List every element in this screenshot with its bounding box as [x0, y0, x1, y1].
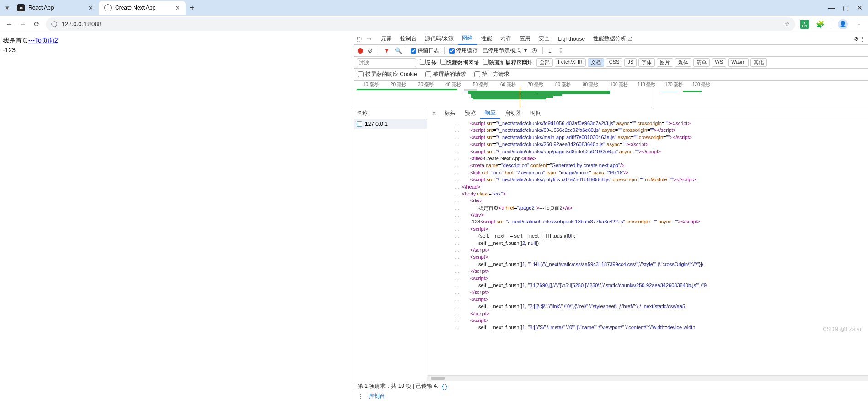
- code-line[interactable]: …self.__next_f.push([1, "2:[[[\"$\",\"li…: [445, 303, 868, 310]
- new-tab-button[interactable]: +: [186, 1, 198, 14]
- bookmark-icon[interactable]: ☆: [784, 21, 790, 27]
- filter-chip[interactable]: Wasm: [728, 58, 749, 67]
- code-line[interactable]: …<title>Create Next App</title>: [445, 155, 868, 162]
- extension-badge[interactable]: ⬍ON: [800, 20, 809, 29]
- disable-cache-checkbox[interactable]: 停用缓存: [449, 47, 478, 54]
- filter-chip[interactable]: JS: [624, 58, 637, 67]
- code-line[interactable]: …<script src="/_next/static/chunks/69-16…: [445, 127, 868, 134]
- profile-avatar[interactable]: 👤: [838, 19, 848, 29]
- code-line[interactable]: …self.__next_f.push([1, "3:I[7690,[],\"\…: [445, 282, 868, 289]
- reload-icon[interactable]: ⟳: [32, 20, 41, 28]
- code-line[interactable]: …</script>: [445, 289, 868, 296]
- throttle-select[interactable]: 已停用节流模式 ▾: [482, 47, 527, 54]
- devtools-tab[interactable]: 控制台: [396, 33, 421, 45]
- code-line[interactable]: …self.__next_f.push([2, null]): [445, 240, 868, 247]
- hide-ext-checkbox[interactable]: 隐藏扩展程序网址: [483, 59, 533, 67]
- drawer-menu-icon[interactable]: ⋮: [358, 393, 363, 400]
- forward-icon[interactable]: →: [18, 20, 27, 28]
- back-icon[interactable]: ←: [5, 20, 14, 28]
- response-tab[interactable]: 时间: [526, 108, 546, 119]
- code-line[interactable]: …<script src="/_next/static/chunks/fd9d1…: [445, 120, 868, 127]
- filter-input[interactable]: [357, 58, 416, 67]
- code-line[interactable]: …<script>: [445, 226, 868, 233]
- code-line[interactable]: …<script src="/_next/static/chunks/main-…: [445, 134, 868, 141]
- response-tab[interactable]: 预览: [460, 108, 480, 119]
- code-line[interactable]: …self __next_f push([1 "8:[[\"$\" \"meta…: [445, 324, 868, 331]
- filter-chip[interactable]: CSS: [606, 58, 623, 67]
- horizontal-scrollbar[interactable]: [427, 375, 868, 381]
- tab-menu-icon[interactable]: ▾: [3, 4, 12, 12]
- extensions-icon[interactable]: 🧩: [815, 20, 825, 29]
- code-line[interactable]: …</script>: [445, 247, 868, 254]
- request-list-header[interactable]: 名称: [354, 108, 427, 119]
- code-line[interactable]: …<script src="/_next/static/chunks/app/p…: [445, 148, 868, 155]
- preserve-log-checkbox[interactable]: 保留日志: [411, 47, 439, 54]
- code-line[interactable]: …我是首页<a href="/page2">---To页面2</a>: [445, 205, 868, 211]
- filter-chip[interactable]: 其他: [750, 58, 767, 67]
- hide-data-checkbox[interactable]: 隐藏数据网址: [440, 59, 479, 67]
- devtools-tab[interactable]: 安全: [535, 33, 554, 45]
- menu-icon[interactable]: ⋮: [854, 20, 863, 29]
- devtools-tab[interactable]: 性能: [477, 33, 496, 45]
- blocked-cookies-checkbox[interactable]: 被屏蔽的响应 Cookie: [358, 70, 417, 78]
- third-party-checkbox[interactable]: 第三方请求: [474, 70, 509, 78]
- devtools-tab[interactable]: 网络: [458, 33, 477, 45]
- code-line[interactable]: …<link rel="icon" href="/favicon.ico" ty…: [445, 169, 868, 176]
- filter-chip[interactable]: Fetch/XHR: [555, 58, 586, 67]
- site-info-icon[interactable]: ⓘ: [51, 20, 57, 28]
- code-line[interactable]: …<body class="xxx">: [445, 190, 868, 197]
- download-icon[interactable]: ↧: [558, 47, 565, 54]
- pretty-print-icon[interactable]: { }: [442, 383, 447, 390]
- close-icon[interactable]: ✕: [175, 5, 180, 11]
- more-icon[interactable]: ⋮: [860, 36, 865, 42]
- devtools-tab[interactable]: 元素: [377, 33, 396, 45]
- devtools-tab[interactable]: 内存: [496, 33, 515, 45]
- close-window-icon[interactable]: ✕: [857, 4, 863, 11]
- response-body[interactable]: …<script src="/_next/static/chunks/fd9d1…: [427, 119, 868, 375]
- devtools-tab[interactable]: Lighthouse: [554, 33, 589, 45]
- close-panel-icon[interactable]: ✕: [429, 110, 439, 117]
- to-page2-link[interactable]: ---To页面2: [28, 37, 58, 44]
- code-line[interactable]: …(self.__next_f = self.__next_f || []).p…: [445, 233, 868, 239]
- code-line[interactable]: …</script>: [445, 310, 868, 317]
- response-tab[interactable]: 启动器: [500, 108, 526, 119]
- clear-icon[interactable]: ⊘: [368, 47, 374, 54]
- code-line[interactable]: …<script>: [445, 317, 868, 324]
- devtools-tab[interactable]: 应用: [515, 33, 535, 45]
- filter-chip[interactable]: 图片: [657, 58, 673, 67]
- minimize-icon[interactable]: —: [828, 4, 835, 11]
- code-line[interactable]: …<meta name="description" content="Gener…: [445, 162, 868, 169]
- wifi-icon[interactable]: ⦿: [531, 47, 538, 54]
- filter-chip[interactable]: 媒体: [675, 58, 691, 67]
- code-line[interactable]: …<script>: [445, 296, 868, 303]
- code-line[interactable]: …</div>: [445, 211, 868, 218]
- tab-next-app[interactable]: Create Next App ✕: [99, 1, 186, 15]
- upload-icon[interactable]: ↥: [547, 47, 554, 54]
- response-tab[interactable]: 标头: [440, 108, 460, 119]
- maximize-icon[interactable]: ▢: [843, 4, 849, 11]
- code-line[interactable]: …<div>: [445, 197, 868, 204]
- code-line[interactable]: …<script src="/_next/static/chunks/polyf…: [445, 176, 868, 183]
- code-line[interactable]: …<script>: [445, 254, 868, 260]
- response-tab[interactable]: 响应: [480, 108, 500, 119]
- settings-icon[interactable]: ⚙: [854, 36, 859, 42]
- code-line[interactable]: …</head>: [445, 184, 868, 190]
- network-timeline[interactable]: 10 毫秒20 毫秒30 毫秒40 毫秒50 毫秒60 毫秒70 毫秒80 毫秒…: [354, 81, 868, 108]
- close-icon[interactable]: ✕: [88, 5, 93, 11]
- request-row[interactable]: 127.0.0.1: [354, 119, 427, 129]
- url-input[interactable]: ⓘ 127.0.0.1:8088 ☆: [46, 17, 795, 31]
- blocked-requests-checkbox[interactable]: 被屏蔽的请求: [425, 70, 466, 78]
- device-icon[interactable]: ▭: [366, 36, 371, 42]
- code-line[interactable]: …</script>: [445, 268, 868, 275]
- code-line[interactable]: …-123<script src="/_next/static/chunks/w…: [445, 218, 868, 225]
- search-icon[interactable]: 🔍: [395, 47, 401, 54]
- code-line[interactable]: …self.__next_f.push([1, "1:HL[\"/_next/s…: [445, 261, 868, 268]
- filter-chip[interactable]: 全部: [536, 58, 553, 67]
- filter-chip[interactable]: 字体: [638, 58, 655, 67]
- devtools-tab[interactable]: 源代码/来源: [421, 33, 458, 45]
- code-line[interactable]: …<script src="/_next/static/chunks/250-9…: [445, 141, 868, 148]
- devtools-tab[interactable]: 性能数据分析 ⊿: [589, 33, 637, 45]
- filter-chip[interactable]: 清单: [693, 58, 710, 67]
- filter-icon[interactable]: ▼: [384, 47, 390, 54]
- drawer-console-tab[interactable]: 控制台: [369, 392, 385, 400]
